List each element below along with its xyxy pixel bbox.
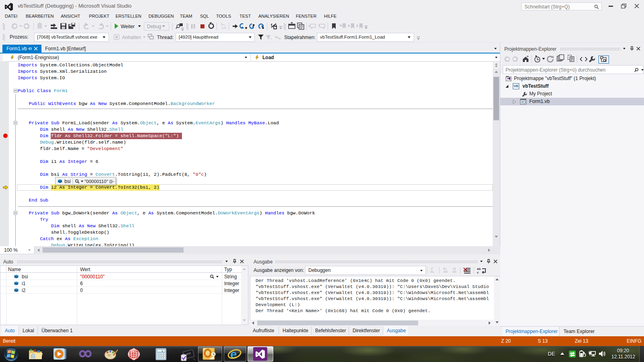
svg-text:Stapelrahmen:: Stapelrahmen: [284,35,316,40]
svg-text:Prozess:: Prozess: [10,34,29,40]
svg-text:Thread:: Thread: [157,35,173,40]
svg-text:[7068] vbTestStuff.vshost.exe: [7068] vbTestStuff.vshost.exe [37,35,97,39]
svg-text:0: 0 [161,350,163,353]
svg-text:vbTestStuff.Form1.Form1_Load: vbTestStuff.Form1.Form1_Load [320,35,385,39]
svg-text:ab: ab [477,267,481,271]
svg-text:Weiter: Weiter [121,24,134,29]
svg-text:Debug: Debug [147,24,161,29]
svg-text:[4920] Hauptthread: [4920] Hauptthread [179,35,218,39]
svg-text:c: c [477,271,479,274]
svg-text:Anhalten: Anhalten [122,35,141,40]
